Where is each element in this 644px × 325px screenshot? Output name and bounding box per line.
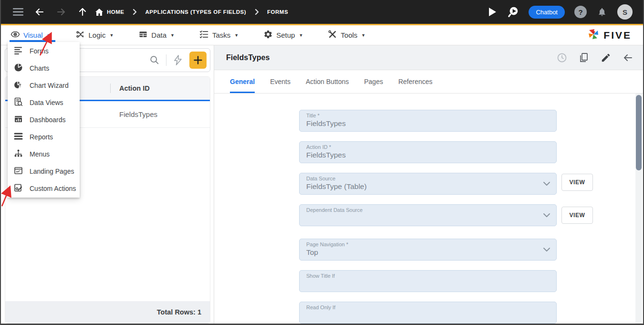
tab-pages[interactable]: Pages: [364, 70, 383, 93]
chevron-down-icon: ▼: [234, 33, 239, 38]
total-rows-label: Total Rows: 1: [157, 308, 201, 316]
data-views-icon: [14, 97, 23, 108]
table-icon: [138, 30, 148, 41]
gear-icon: [263, 30, 273, 41]
reports-icon: [14, 132, 23, 143]
forms-icon: [14, 46, 23, 57]
chevron-down-icon: ▼: [361, 33, 365, 38]
detail-header: FieldsTypes: [214, 45, 643, 70]
chevron-right-icon: [254, 6, 260, 18]
top-navigation-bar: HOME APPLICATIONS (TYPES OF FIELDS) FORM…: [1, 0, 643, 24]
search-icon[interactable]: [149, 54, 160, 66]
home-icon: [95, 8, 104, 16]
scrollbar-thumb[interactable]: [636, 95, 642, 170]
back-arrow-icon[interactable]: [34, 6, 45, 18]
vertical-scrollbar[interactable]: [635, 94, 642, 324]
menu-logic[interactable]: Logic ▼: [76, 30, 114, 41]
checklist-icon: [199, 30, 209, 41]
lightning-icon[interactable]: [172, 54, 184, 66]
menu-item-charts[interactable]: Charts: [8, 60, 80, 77]
menu-item-custom-actions[interactable]: Custom Actions: [8, 180, 80, 197]
menu-item-landing-pages[interactable]: Landing Pages: [8, 163, 80, 180]
menu-item-forms[interactable]: Forms: [8, 42, 80, 60]
title-field[interactable]: Title * FieldsTypes: [299, 110, 557, 132]
table-footer: Total Rows: 1: [5, 301, 210, 323]
chevron-down-icon[interactable]: [543, 245, 551, 254]
menu-item-dashboards[interactable]: Dashboards: [8, 111, 80, 128]
history-clock-icon[interactable]: [556, 52, 568, 63]
chart-wizard-icon: [14, 80, 23, 91]
data-source-select[interactable]: Data Source FieldsType (Table): [299, 173, 557, 195]
breadcrumb-home[interactable]: HOME: [95, 8, 125, 16]
visual-dropdown-menu: Forms Charts Chart Wizard Data Views Das…: [8, 42, 80, 198]
add-record-button[interactable]: [189, 52, 207, 69]
notifications-bell-icon[interactable]: [596, 6, 608, 18]
chevron-down-icon[interactable]: [543, 211, 551, 220]
preview-search-icon[interactable]: [508, 6, 519, 18]
menu-setup[interactable]: Setup ▼: [263, 30, 303, 41]
edit-pencil-icon[interactable]: [600, 52, 612, 63]
column-divider: [110, 84, 111, 93]
custom-actions-icon: [14, 183, 23, 194]
menu-visual[interactable]: Visual ▼: [10, 30, 51, 41]
action-id-field[interactable]: Action ID * FieldsTypes: [299, 141, 557, 163]
five-pinwheel-icon: [587, 28, 600, 42]
eye-icon: [10, 30, 20, 41]
chevron-right-icon: [132, 6, 138, 18]
menus-tree-icon: [14, 149, 23, 160]
toolbar-divider: [166, 54, 166, 66]
chevron-down-icon: ▼: [170, 33, 175, 38]
chevron-down-icon: ▼: [299, 33, 303, 38]
record-detail-panel: FieldsTypes General: [214, 45, 643, 324]
menu-item-reports[interactable]: Reports: [8, 128, 80, 146]
menu-item-data-views[interactable]: Data Views: [8, 94, 80, 111]
detail-tabs: General Events Action Buttons Pages Refe…: [214, 70, 643, 94]
copy-icon[interactable]: [578, 52, 590, 63]
five-logo: FIVE: [587, 28, 632, 42]
breadcrumb-home-label: HOME: [107, 9, 125, 15]
menu-data[interactable]: Data ▼: [138, 30, 175, 41]
landing-pages-icon: [14, 166, 23, 177]
forward-arrow-icon[interactable]: [55, 6, 67, 18]
tab-events[interactable]: Events: [270, 70, 291, 93]
show-title-if-field[interactable]: Show Title If: [299, 270, 557, 292]
chevron-down-icon[interactable]: [543, 179, 551, 188]
dashboard-icon: [14, 115, 23, 126]
tab-general[interactable]: General: [230, 70, 255, 93]
breadcrumb-forms[interactable]: FORMS: [267, 9, 288, 15]
chatbot-button[interactable]: Chatbot: [529, 6, 565, 19]
chevron-down-icon: ▼: [47, 33, 51, 38]
help-icon[interactable]: ?: [574, 6, 587, 18]
collapse-back-arrow-icon[interactable]: [622, 52, 634, 63]
breadcrumb: HOME APPLICATIONS (TYPES OF FIELDS) FORM…: [95, 6, 288, 18]
hamburger-menu-icon[interactable]: [12, 6, 24, 18]
logic-flow-icon: [76, 30, 85, 41]
view-data-source-button[interactable]: VIEW: [561, 174, 593, 191]
run-play-icon[interactable]: [487, 6, 498, 18]
module-toolbar: Visual ▼ Logic ▼ Data ▼ Tasks ▼: [1, 25, 643, 45]
menu-item-chart-wizard[interactable]: Chart Wizard: [8, 77, 80, 94]
form-content: Title * FieldsTypes Action ID * FieldsTy…: [214, 94, 643, 324]
chevron-down-icon: ▼: [109, 33, 114, 38]
pie-chart-icon: [14, 63, 23, 74]
page-navigation-select[interactable]: Page Navigation * Top: [299, 239, 557, 261]
user-avatar[interactable]: S: [617, 4, 633, 20]
dependent-data-source-select[interactable]: Dependent Data Source: [299, 204, 557, 226]
breadcrumb-applications[interactable]: APPLICATIONS (TYPES OF FIELDS): [145, 9, 247, 15]
read-only-if-field[interactable]: Read Only If: [299, 302, 557, 324]
page-title: FieldsTypes: [226, 53, 270, 62]
tab-references[interactable]: References: [398, 70, 433, 93]
tools-icon: [328, 30, 337, 41]
up-arrow-icon[interactable]: [77, 6, 88, 18]
menu-tools[interactable]: Tools ▼: [328, 30, 365, 41]
app-window: HOME APPLICATIONS (TYPES OF FIELDS) FORM…: [0, 0, 644, 325]
menu-tasks[interactable]: Tasks ▼: [199, 30, 239, 41]
tab-action-buttons[interactable]: Action Buttons: [306, 70, 349, 93]
menu-item-menus[interactable]: Menus: [8, 146, 80, 163]
view-dependent-data-source-button[interactable]: VIEW: [561, 207, 593, 224]
